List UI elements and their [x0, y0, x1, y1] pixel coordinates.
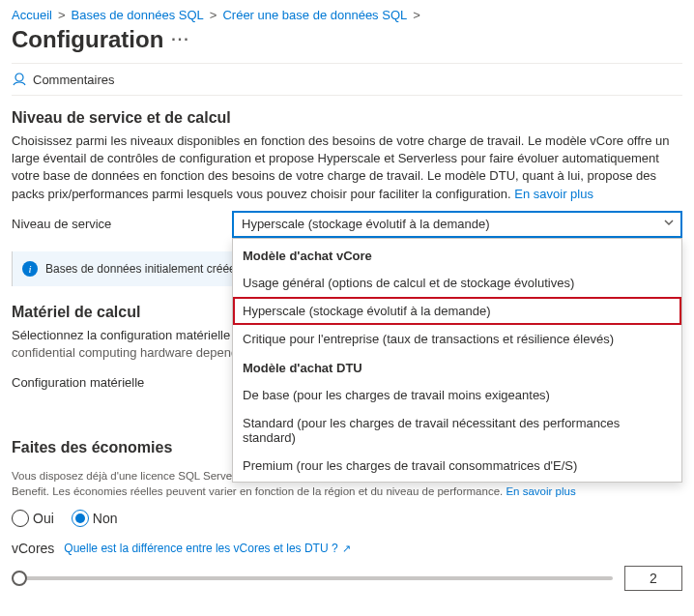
tier-learn-more-link[interactable]: En savoir plus	[514, 187, 593, 201]
service-tier-row: Niveau de service Hyperscale (stockage é…	[12, 211, 682, 238]
breadcrumb: Accueil > Bases de données SQL > Créer u…	[12, 8, 682, 22]
hybrid-benefit-radio-group: Oui Non	[12, 510, 682, 527]
service-tier-selected-value: Hyperscale (stockage évolutif à la deman…	[242, 217, 490, 231]
option-standard[interactable]: Standard (pour les charges de travail né…	[233, 409, 681, 452]
vcores-slider[interactable]	[12, 576, 613, 580]
radio-yes[interactable]: Oui	[12, 510, 54, 527]
more-actions-icon[interactable]: ···	[171, 31, 189, 48]
breadcrumb-sep: >	[411, 8, 422, 22]
page-title: Configuration ···	[12, 26, 682, 53]
radio-yes-label: Oui	[33, 511, 54, 526]
info-icon: i	[22, 261, 38, 277]
breadcrumb-sep: >	[208, 8, 219, 22]
command-bar: Commentaires	[12, 63, 682, 96]
vcores-value-input[interactable]: 2	[624, 566, 682, 591]
breadcrumb-sep: >	[56, 8, 68, 22]
radio-no[interactable]: Non	[72, 510, 118, 527]
tier-description: Choisissez parmi les niveaux disponibles…	[12, 132, 682, 203]
vcores-slider-row: 2	[12, 566, 682, 591]
option-basic[interactable]: De base (pour les charges de travail moi…	[233, 381, 681, 409]
vcores-diff-link[interactable]: Quelle est la différence entre les vCore…	[64, 542, 350, 555]
vcores-row: vCores Quelle est la différence entre le…	[12, 541, 682, 556]
tier-info-text: Bases de données initialement créées de	[45, 262, 257, 276]
breadcrumb-sql-databases[interactable]: Bases de données SQL	[72, 8, 204, 22]
option-business-critical[interactable]: Critique pour l'entreprise (taux de tran…	[233, 325, 681, 353]
option-premium[interactable]: Premium (rour les charges de travail con…	[233, 452, 681, 480]
hardware-config-label: Configuration matérielle	[12, 369, 224, 390]
chevron-down-icon	[663, 217, 675, 231]
service-tier-label: Niveau de service	[12, 211, 224, 231]
feedback-icon	[12, 72, 27, 87]
tier-heading: Niveau de service et de calcul	[12, 109, 682, 127]
dropdown-group-dtu: Modèle d'achat DTU	[233, 353, 681, 381]
dropdown-group-vcore: Modèle d'achat vCore	[233, 241, 681, 269]
radio-no-label: Non	[93, 511, 118, 526]
service-tier-dropdown: Modèle d'achat vCore Usage général (opti…	[232, 238, 682, 483]
option-hyperscale[interactable]: Hyperscale (stockage évolutif à la deman…	[233, 297, 681, 325]
external-link-icon: ↗	[342, 543, 351, 555]
feedback-button[interactable]: Commentaires	[33, 73, 115, 87]
vcores-label: vCores	[12, 541, 54, 556]
service-tier-select[interactable]: Hyperscale (stockage évolutif à la deman…	[232, 211, 682, 238]
breadcrumb-create-sql-db[interactable]: Créer une base de données SQL	[222, 8, 407, 22]
option-general-purpose[interactable]: Usage général (options de calcul et de s…	[233, 269, 681, 297]
savings-learn-more-link[interactable]: En savoir plus	[506, 485, 575, 497]
vcores-slider-thumb[interactable]	[12, 571, 27, 586]
breadcrumb-home[interactable]: Accueil	[12, 8, 52, 22]
